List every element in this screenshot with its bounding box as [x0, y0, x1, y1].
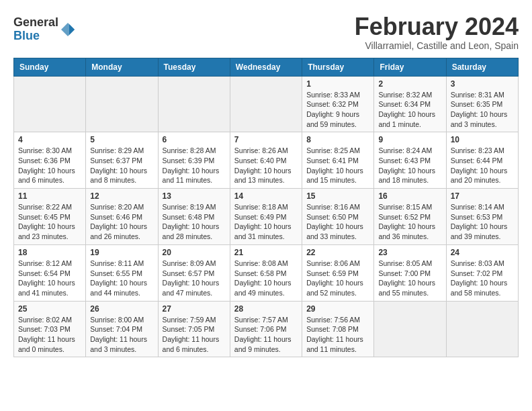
- day-info: Sunrise: 8:06 AM Sunset: 6:59 PM Dayligh…: [306, 259, 369, 298]
- calendar-cell: [374, 301, 446, 357]
- day-number: 5: [90, 135, 153, 144]
- calendar-cell: 27Sunrise: 7:59 AM Sunset: 7:05 PM Dayli…: [158, 301, 230, 357]
- day-info: Sunrise: 8:26 AM Sunset: 6:40 PM Dayligh…: [234, 146, 298, 185]
- day-info: Sunrise: 8:32 AM Sunset: 6:34 PM Dayligh…: [378, 90, 441, 130]
- day-number: 3: [451, 79, 514, 89]
- day-info: Sunrise: 8:33 AM Sunset: 6:32 PM Dayligh…: [306, 90, 369, 130]
- calendar-cell: 13Sunrise: 8:19 AM Sunset: 6:48 PM Dayli…: [158, 189, 230, 245]
- calendar-cell: 21Sunrise: 8:08 AM Sunset: 6:58 PM Dayli…: [230, 244, 302, 301]
- day-number: 16: [378, 191, 441, 201]
- day-number: 1: [306, 79, 369, 89]
- day-number: 18: [18, 248, 81, 257]
- day-number: 7: [234, 135, 298, 144]
- day-number: 8: [306, 135, 369, 144]
- weekday-header-monday: Monday: [86, 58, 158, 76]
- calendar-cell: 11Sunrise: 8:22 AM Sunset: 6:45 PM Dayli…: [14, 189, 86, 245]
- day-info: Sunrise: 8:24 AM Sunset: 6:43 PM Dayligh…: [378, 146, 441, 185]
- day-info: Sunrise: 8:03 AM Sunset: 7:02 PM Dayligh…: [451, 259, 514, 298]
- calendar-cell: [14, 76, 86, 132]
- day-number: 17: [451, 191, 514, 201]
- calendar-cell: 16Sunrise: 8:15 AM Sunset: 6:52 PM Dayli…: [374, 189, 446, 245]
- day-number: 26: [90, 304, 153, 314]
- calendar-week-row: 11Sunrise: 8:22 AM Sunset: 6:45 PM Dayli…: [14, 189, 519, 245]
- calendar-cell: 9Sunrise: 8:24 AM Sunset: 6:43 PM Daylig…: [374, 132, 446, 189]
- calendar-cell: 15Sunrise: 8:16 AM Sunset: 6:50 PM Dayli…: [302, 189, 374, 245]
- logo-icon: [60, 21, 76, 38]
- day-info: Sunrise: 8:30 AM Sunset: 6:36 PM Dayligh…: [18, 146, 81, 185]
- logo: General Blue: [13, 16, 76, 43]
- calendar-week-row: 25Sunrise: 8:02 AM Sunset: 7:03 PM Dayli…: [14, 301, 519, 357]
- calendar-table: SundayMondayTuesdayWednesdayThursdayFrid…: [13, 58, 519, 358]
- calendar-cell: 12Sunrise: 8:20 AM Sunset: 6:46 PM Dayli…: [86, 189, 158, 245]
- day-number: 25: [18, 304, 81, 314]
- calendar-cell: 1Sunrise: 8:33 AM Sunset: 6:32 PM Daylig…: [302, 76, 374, 132]
- day-number: 2: [378, 79, 441, 89]
- day-info: Sunrise: 8:09 AM Sunset: 6:57 PM Dayligh…: [163, 259, 226, 298]
- calendar-header: SundayMondayTuesdayWednesdayThursdayFrid…: [14, 58, 519, 76]
- calendar-cell: 28Sunrise: 7:57 AM Sunset: 7:06 PM Dayli…: [230, 301, 302, 357]
- calendar-body: 1Sunrise: 8:33 AM Sunset: 6:32 PM Daylig…: [14, 76, 519, 357]
- day-number: 13: [163, 191, 226, 201]
- calendar-cell: [86, 76, 158, 132]
- day-number: 15: [306, 191, 369, 201]
- calendar-cell: 19Sunrise: 8:11 AM Sunset: 6:55 PM Dayli…: [86, 244, 158, 301]
- month-title: February 2024: [355, 13, 519, 40]
- weekday-header-thursday: Thursday: [302, 58, 374, 76]
- calendar-cell: 25Sunrise: 8:02 AM Sunset: 7:03 PM Dayli…: [14, 301, 86, 357]
- svg-marker-1: [69, 24, 75, 35]
- day-info: Sunrise: 8:08 AM Sunset: 6:58 PM Dayligh…: [234, 259, 298, 298]
- day-info: Sunrise: 8:12 AM Sunset: 6:54 PM Dayligh…: [18, 259, 81, 298]
- calendar-cell: 4Sunrise: 8:30 AM Sunset: 6:36 PM Daylig…: [14, 132, 86, 189]
- weekday-header-row: SundayMondayTuesdayWednesdayThursdayFrid…: [14, 58, 519, 76]
- day-info: Sunrise: 8:02 AM Sunset: 7:03 PM Dayligh…: [18, 315, 81, 355]
- calendar-cell: 7Sunrise: 8:26 AM Sunset: 6:40 PM Daylig…: [230, 132, 302, 189]
- day-info: Sunrise: 8:19 AM Sunset: 6:48 PM Dayligh…: [163, 202, 226, 242]
- day-number: 9: [378, 135, 441, 144]
- calendar-cell: 5Sunrise: 8:29 AM Sunset: 6:37 PM Daylig…: [86, 132, 158, 189]
- day-number: 23: [378, 248, 441, 257]
- day-info: Sunrise: 8:14 AM Sunset: 6:53 PM Dayligh…: [451, 202, 514, 242]
- day-number: 28: [234, 304, 298, 314]
- calendar-cell: [230, 76, 302, 132]
- weekday-header-friday: Friday: [374, 58, 446, 76]
- day-info: Sunrise: 8:00 AM Sunset: 7:04 PM Dayligh…: [90, 315, 153, 355]
- calendar-cell: 14Sunrise: 8:18 AM Sunset: 6:49 PM Dayli…: [230, 189, 302, 245]
- day-info: Sunrise: 8:29 AM Sunset: 6:37 PM Dayligh…: [90, 146, 153, 185]
- day-number: 6: [163, 135, 226, 144]
- day-info: Sunrise: 8:22 AM Sunset: 6:45 PM Dayligh…: [18, 202, 81, 242]
- day-number: 10: [451, 135, 514, 144]
- calendar-cell: 18Sunrise: 8:12 AM Sunset: 6:54 PM Dayli…: [14, 244, 86, 301]
- calendar-cell: 29Sunrise: 7:56 AM Sunset: 7:08 PM Dayli…: [302, 301, 374, 357]
- day-number: 24: [451, 248, 514, 257]
- calendar-cell: 17Sunrise: 8:14 AM Sunset: 6:53 PM Dayli…: [446, 189, 518, 245]
- calendar-cell: 10Sunrise: 8:23 AM Sunset: 6:44 PM Dayli…: [446, 132, 518, 189]
- calendar-cell: 3Sunrise: 8:31 AM Sunset: 6:35 PM Daylig…: [446, 76, 518, 132]
- weekday-header-saturday: Saturday: [446, 58, 518, 76]
- logo-blue: Blue: [13, 30, 58, 43]
- weekday-header-wednesday: Wednesday: [230, 58, 302, 76]
- calendar-cell: 23Sunrise: 8:05 AM Sunset: 7:00 PM Dayli…: [374, 244, 446, 301]
- day-number: 29: [306, 304, 369, 314]
- title-block: February 2024 Villarramiel, Castille and…: [355, 13, 519, 51]
- calendar-cell: 8Sunrise: 8:25 AM Sunset: 6:41 PM Daylig…: [302, 132, 374, 189]
- location: Villarramiel, Castille and Leon, Spain: [355, 40, 519, 51]
- calendar-week-row: 1Sunrise: 8:33 AM Sunset: 6:32 PM Daylig…: [14, 76, 519, 132]
- calendar-cell: [446, 301, 518, 357]
- logo-general: General: [13, 16, 58, 30]
- day-info: Sunrise: 8:16 AM Sunset: 6:50 PM Dayligh…: [306, 202, 369, 242]
- day-info: Sunrise: 8:23 AM Sunset: 6:44 PM Dayligh…: [451, 146, 514, 185]
- day-info: Sunrise: 7:56 AM Sunset: 7:08 PM Dayligh…: [306, 315, 369, 355]
- day-info: Sunrise: 7:59 AM Sunset: 7:05 PM Dayligh…: [163, 315, 226, 355]
- day-info: Sunrise: 8:28 AM Sunset: 6:39 PM Dayligh…: [163, 146, 226, 185]
- day-number: 20: [163, 248, 226, 257]
- calendar-cell: [158, 76, 230, 132]
- calendar-week-row: 18Sunrise: 8:12 AM Sunset: 6:54 PM Dayli…: [14, 244, 519, 301]
- calendar-cell: 2Sunrise: 8:32 AM Sunset: 6:34 PM Daylig…: [374, 76, 446, 132]
- day-info: Sunrise: 7:57 AM Sunset: 7:06 PM Dayligh…: [234, 315, 298, 355]
- calendar-cell: 26Sunrise: 8:00 AM Sunset: 7:04 PM Dayli…: [86, 301, 158, 357]
- day-number: 27: [163, 304, 226, 314]
- day-info: Sunrise: 8:20 AM Sunset: 6:46 PM Dayligh…: [90, 202, 153, 242]
- day-number: 4: [18, 135, 81, 144]
- day-info: Sunrise: 8:11 AM Sunset: 6:55 PM Dayligh…: [90, 259, 153, 298]
- calendar-cell: 24Sunrise: 8:03 AM Sunset: 7:02 PM Dayli…: [446, 244, 518, 301]
